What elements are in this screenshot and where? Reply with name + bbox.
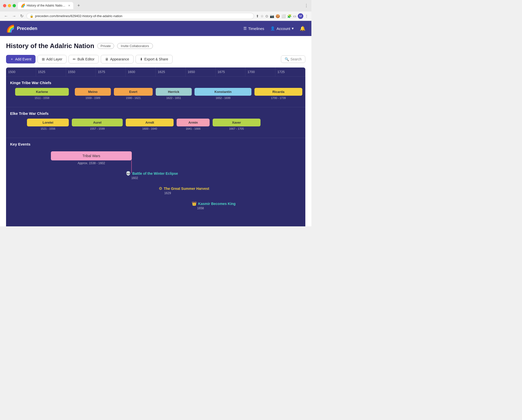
toolbar: ＋ Add Event ⊞ Add Layer ✏ Bulk Editor 🖥 … bbox=[6, 55, 305, 67]
tab-title: History of the Adalric Nation | P bbox=[27, 4, 67, 7]
layer-kinge-events: Karlene 1511 - 1558 Meino 1559 - 1589 Ev… bbox=[6, 87, 305, 107]
event-evert[interactable]: Evert 1590 - 1621 bbox=[114, 88, 153, 99]
nav-actions: ⬆ ☆ ⊙ 📷 🍪 ⬜ 🧩 ▭ M ⋮ bbox=[256, 13, 308, 19]
page-title-row: History of the Adalric Nation Private In… bbox=[6, 42, 305, 50]
key-events-header: Key Events bbox=[6, 138, 305, 148]
event-aurel[interactable]: Aurel 1557 - 1599 bbox=[72, 119, 123, 130]
kasmir-king-title: Kasmir Becomes King bbox=[198, 202, 236, 206]
tab-favicon: 🌈 bbox=[21, 4, 25, 8]
event-armin[interactable]: Armin 1641 - 1666 bbox=[177, 119, 210, 130]
event-xaver[interactable]: Xaver 1667 - 1705 bbox=[213, 119, 260, 130]
browser-more-button[interactable]: ⋮ bbox=[305, 13, 308, 19]
logo-text: Preceden bbox=[17, 26, 37, 31]
browser-chrome: 🌈 History of the Adalric Nation | P ✕ + … bbox=[0, 0, 311, 21]
timeline-area: 1500 1525 1550 1575 1600 1625 1650 1675 … bbox=[6, 67, 305, 226]
search-box[interactable]: 🔍 Search bbox=[281, 55, 305, 63]
event-ricarda[interactable]: Ricarda 1700 - 1739 bbox=[254, 88, 302, 99]
address-bar[interactable]: 🔒 preceden.com/timelines/829402-history-… bbox=[26, 13, 254, 19]
timelines-menu-icon: ☰ bbox=[243, 26, 247, 31]
browser-navbar: ← → ↻ 🔒 preceden.com/timelines/829402-hi… bbox=[0, 11, 311, 21]
timeline-ruler: 1500 1525 1550 1575 1600 1625 1650 1675 … bbox=[6, 67, 305, 77]
bulk-editor-label: Bulk Editor bbox=[77, 57, 94, 61]
add-event-button[interactable]: ＋ Add Event bbox=[6, 55, 36, 63]
event-karlene[interactable]: Karlene 1511 - 1558 bbox=[15, 88, 69, 99]
winter-eclipse-date: 1602 bbox=[131, 176, 138, 180]
layer-kinge: Kinge Tribe War Chiefs Karlene 1511 - 15… bbox=[6, 77, 305, 107]
camera-icon[interactable]: 📷 bbox=[270, 13, 274, 19]
new-tab-button[interactable]: + bbox=[75, 3, 82, 8]
download-icon: ⬇ bbox=[140, 57, 143, 61]
export-share-label: Export & Share bbox=[144, 57, 168, 61]
layer-key-events: Key Events Tribal Wars Approx. 1538 - 16… bbox=[6, 138, 305, 226]
key-events-content: Tribal Wars Approx. 1538 - 1602 💀 Battle… bbox=[6, 148, 305, 221]
ruler-cell-1525: 1525 bbox=[36, 67, 66, 76]
url-text: preceden.com/timelines/829402-history-of… bbox=[35, 14, 122, 18]
appearance-button[interactable]: 🖥 Appearance bbox=[101, 55, 134, 63]
browser-titlebar: 🌈 History of the Adalric Nation | P ✕ + … bbox=[0, 0, 311, 11]
timelines-nav-item[interactable]: ☰ Timelines bbox=[243, 26, 264, 31]
header-nav: ☰ Timelines 👤 Account ▾ 🔔 bbox=[243, 26, 305, 31]
summer-harvest-title: The Great Summer Harvest bbox=[164, 187, 209, 191]
ruler-cell-1725: 1725 bbox=[275, 67, 305, 76]
layer-elke-header: Elke Tribe War Chiefs bbox=[6, 107, 305, 118]
event-lorelei[interactable]: Lorelei 1521 - 1556 bbox=[27, 119, 69, 130]
crown-icon: 👑 bbox=[192, 201, 197, 206]
search-placeholder-text: Search bbox=[290, 57, 302, 61]
sidebar-icon[interactable]: ▭ bbox=[293, 13, 296, 19]
share-icon[interactable]: ⬆ bbox=[256, 13, 259, 19]
account-nav-item[interactable]: 👤 Account ▾ bbox=[270, 26, 294, 31]
event-herrick[interactable]: Herrick 1622 - 1651 bbox=[156, 88, 192, 99]
export-share-button[interactable]: ⬇ Export & Share bbox=[136, 55, 173, 63]
appearance-label: Appearance bbox=[110, 57, 129, 61]
kasmir-king-date: 1658 bbox=[197, 206, 204, 210]
refresh-button[interactable]: ↻ bbox=[19, 13, 24, 19]
history-icon[interactable]: ⊙ bbox=[265, 13, 268, 19]
dot-yellow[interactable] bbox=[8, 4, 11, 7]
private-badge: Private bbox=[97, 43, 114, 49]
app-header: 🌈 Preceden ☰ Timelines 👤 Account ▾ 🔔 bbox=[0, 21, 311, 36]
account-icon: 👤 bbox=[270, 26, 275, 31]
add-event-label: Add Event bbox=[15, 57, 31, 61]
ruler-cell-1625: 1625 bbox=[156, 67, 186, 76]
bulk-editor-button[interactable]: ✏ Bulk Editor bbox=[69, 55, 99, 63]
event-kasmir-king[interactable]: 👑 Kasmir Becomes King 1658 bbox=[192, 201, 236, 210]
ruler-cell-1575: 1575 bbox=[96, 67, 126, 76]
timelines-nav-label: Timelines bbox=[248, 26, 264, 31]
layer-elke: Elke Tribe War Chiefs Lorelei 1521 - 155… bbox=[6, 107, 305, 138]
browser-menu-button[interactable]: ⋮ bbox=[304, 3, 308, 8]
event-tribal-wars[interactable]: Tribal Wars Approx. 1538 - 1602 bbox=[51, 151, 132, 165]
screen-icon[interactable]: ⬜ bbox=[281, 13, 286, 19]
ruler-cell-1700: 1700 bbox=[245, 67, 275, 76]
edit-icon: ✏ bbox=[73, 57, 76, 61]
ruler-cell-1600: 1600 bbox=[126, 67, 156, 76]
tab-close[interactable]: ✕ bbox=[68, 4, 70, 7]
page-title: History of the Adalric Nation bbox=[6, 42, 94, 50]
palette-icon: 🖥 bbox=[105, 57, 109, 61]
event-summer-harvest[interactable]: ⚙ The Great Summer Harvest 1629 bbox=[159, 186, 209, 195]
add-layer-button[interactable]: ⊞ Add Layer bbox=[38, 55, 67, 63]
logo: 🌈 Preceden bbox=[6, 24, 37, 33]
layer-kinge-header: Kinge Tribe War Chiefs bbox=[6, 77, 305, 87]
search-icon: 🔍 bbox=[285, 57, 289, 61]
bookmark-icon[interactable]: ☆ bbox=[260, 13, 264, 19]
layers-icon: ⊞ bbox=[42, 57, 45, 61]
profile-avatar[interactable]: M bbox=[298, 13, 303, 19]
dot-green[interactable] bbox=[13, 4, 16, 7]
ruler-cell-1500: 1500 bbox=[6, 67, 36, 76]
invite-collaborators-button[interactable]: Invite Collaborators bbox=[117, 43, 153, 49]
event-konstantin[interactable]: Konstantin 1652 - 1699 bbox=[194, 88, 251, 99]
ruler-cell-1550: 1550 bbox=[66, 67, 96, 76]
cookie-icon[interactable]: 🍪 bbox=[276, 13, 280, 19]
add-layer-label: Add Layer bbox=[46, 57, 62, 61]
lock-icon: 🔒 bbox=[30, 14, 34, 18]
account-chevron-icon: ▾ bbox=[292, 26, 294, 31]
puzzle-icon[interactable]: 🧩 bbox=[287, 13, 291, 19]
back-button[interactable]: ← bbox=[3, 13, 9, 19]
event-meino[interactable]: Meino 1559 - 1589 bbox=[75, 88, 111, 99]
event-winter-eclipse[interactable]: 💀 Battle of the Winter Eclipse 1602 bbox=[126, 171, 178, 180]
forward-button[interactable]: → bbox=[11, 13, 17, 19]
notification-bell[interactable]: 🔔 bbox=[300, 26, 305, 31]
dot-red[interactable] bbox=[3, 4, 6, 7]
winter-eclipse-title: Battle of the Winter Eclipse bbox=[132, 171, 178, 176]
event-arndt[interactable]: Arndt 1600 - 1640 bbox=[126, 119, 174, 130]
